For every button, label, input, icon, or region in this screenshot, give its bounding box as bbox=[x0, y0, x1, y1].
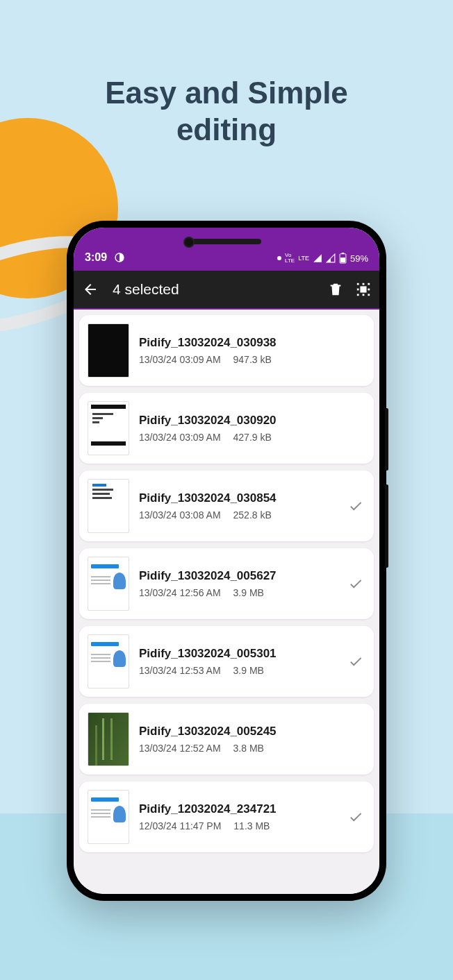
status-lte: LTE bbox=[285, 257, 295, 264]
selected-check-icon bbox=[346, 498, 365, 514]
file-title: Pidify_13032024_030938 bbox=[139, 336, 346, 350]
file-title: Pidify_13032024_005245 bbox=[139, 725, 346, 738]
file-list-item[interactable]: Pidify_12032024_23472112/03/24 11:47 PM1… bbox=[79, 782, 374, 852]
file-size: 427.9 kB bbox=[233, 432, 272, 443]
file-thumbnail bbox=[88, 401, 129, 455]
battery-icon bbox=[339, 253, 347, 264]
signal-icon-2 bbox=[326, 253, 336, 263]
android-status-bar: 3:09 Vo LTE LTE bbox=[74, 228, 379, 271]
file-thumbnail bbox=[88, 712, 129, 766]
selected-check-icon bbox=[346, 654, 365, 669]
svg-rect-5 bbox=[357, 283, 359, 285]
svg-rect-12 bbox=[368, 294, 370, 296]
file-title: Pidify_13032024_030920 bbox=[139, 414, 346, 428]
file-thumbnail bbox=[88, 634, 129, 688]
file-thumbnail bbox=[88, 323, 129, 378]
file-title: Pidify_12032024_234721 bbox=[139, 802, 346, 816]
file-date: 13/03/24 03:09 AM bbox=[139, 354, 221, 365]
file-date: 13/03/24 03:08 AM bbox=[139, 509, 221, 521]
select-all-icon[interactable] bbox=[356, 282, 371, 297]
file-title: Pidify_13032024_030854 bbox=[139, 491, 346, 505]
signal-icon bbox=[313, 253, 322, 263]
status-lte2: LTE bbox=[298, 255, 309, 262]
file-size: 3.9 MB bbox=[233, 587, 264, 598]
back-arrow-icon[interactable] bbox=[82, 281, 99, 298]
svg-rect-11 bbox=[368, 289, 370, 291]
file-title: Pidify_13032024_005301 bbox=[139, 647, 346, 661]
file-title: Pidify_13032024_005627 bbox=[139, 569, 346, 583]
file-size: 11.3 MB bbox=[233, 820, 270, 831]
selected-check-icon bbox=[346, 576, 365, 591]
file-date: 13/03/24 12:56 AM bbox=[139, 587, 221, 598]
file-list-item[interactable]: Pidify_13032024_00530113/03/24 12:53 AM3… bbox=[79, 626, 374, 697]
selection-app-bar: 4 selected bbox=[74, 271, 379, 310]
file-thumbnail bbox=[88, 557, 129, 611]
file-date: 12/03/24 11:47 PM bbox=[139, 820, 221, 831]
file-list-item[interactable]: Pidify_13032024_03085413/03/24 03:08 AM2… bbox=[79, 471, 374, 541]
marketing-headline: Easy and Simple editing bbox=[0, 75, 453, 149]
delete-icon[interactable] bbox=[328, 282, 343, 297]
file-thumbnail bbox=[88, 479, 129, 533]
headline-line-2: editing bbox=[176, 112, 277, 146]
file-list-item[interactable]: Pidify_13032024_03093813/03/24 03:09 AM9… bbox=[79, 315, 374, 386]
file-thumbnail bbox=[88, 790, 129, 844]
svg-rect-2 bbox=[342, 253, 345, 254]
svg-rect-8 bbox=[363, 283, 365, 285]
svg-rect-7 bbox=[357, 294, 359, 296]
svg-rect-4 bbox=[360, 286, 366, 292]
file-size: 3.8 MB bbox=[233, 743, 264, 754]
selection-count-title: 4 selected bbox=[113, 281, 179, 298]
file-date: 13/03/24 03:09 AM bbox=[139, 432, 221, 443]
file-size: 3.9 MB bbox=[233, 665, 264, 676]
file-list[interactable]: Pidify_13032024_03093813/03/24 03:09 AM9… bbox=[74, 310, 379, 894]
file-list-item[interactable]: Pidify_13032024_00524513/03/24 12:52 AM3… bbox=[79, 704, 374, 775]
file-list-item[interactable]: Pidify_13032024_03092013/03/24 03:09 AM4… bbox=[79, 393, 374, 464]
svg-rect-10 bbox=[368, 283, 370, 285]
file-size: 252.8 kB bbox=[233, 509, 272, 521]
file-date: 13/03/24 12:52 AM bbox=[139, 743, 221, 754]
file-list-item[interactable]: Pidify_13032024_00562713/03/24 12:56 AM3… bbox=[79, 548, 374, 619]
svg-rect-3 bbox=[340, 257, 345, 262]
svg-rect-9 bbox=[363, 294, 365, 296]
headline-line-1: Easy and Simple bbox=[105, 76, 348, 110]
svg-rect-6 bbox=[357, 289, 359, 291]
status-dot-icon bbox=[277, 256, 281, 260]
app-notification-icon bbox=[114, 252, 125, 263]
status-time: 3:09 bbox=[85, 251, 107, 264]
file-date: 13/03/24 12:53 AM bbox=[139, 665, 221, 676]
status-battery-text: 59% bbox=[350, 253, 368, 264]
file-size: 947.3 kB bbox=[233, 354, 272, 365]
phone-mockup: 3:09 Vo LTE LTE bbox=[67, 221, 386, 901]
selected-check-icon bbox=[346, 809, 365, 825]
